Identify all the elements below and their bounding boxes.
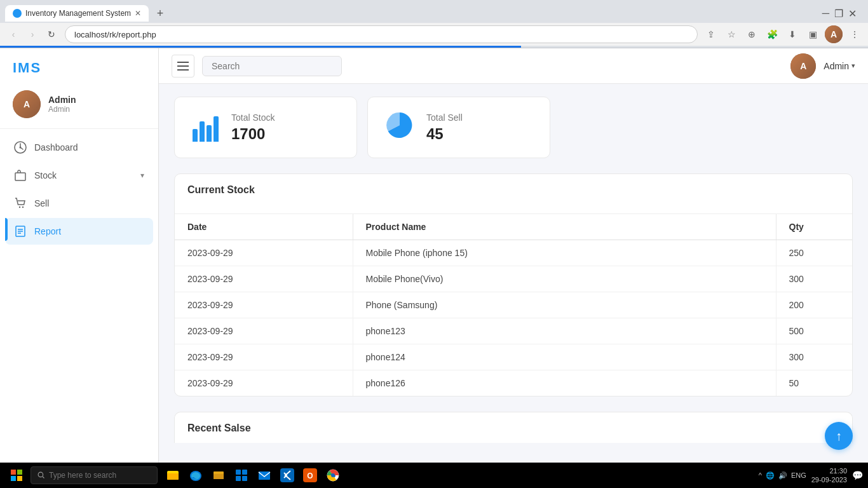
minimize-button[interactable]: ─ (822, 8, 829, 19)
search-input[interactable] (202, 56, 342, 76)
menu-icon[interactable]: ⋮ (846, 26, 863, 43)
sidebar-item-stock[interactable]: Stock ▾ (5, 162, 153, 189)
puzzle-icon[interactable]: 🧩 (764, 26, 780, 43)
url-text: localhost/rk/report.php (74, 30, 156, 39)
cell-product: Mobile Phone (iphone 15) (353, 240, 776, 266)
main-content: Total Stock 1700 (159, 84, 868, 465)
sidebar-user: A Admin Admin (0, 84, 158, 128)
stock-icon (14, 169, 27, 182)
forward-button[interactable]: › (24, 26, 41, 43)
cell-date: 2023-09-29 (175, 344, 353, 370)
report-icon (14, 225, 27, 238)
dashboard-icon (14, 141, 27, 154)
sidebar-divider (0, 128, 158, 129)
table-row: 2023-09-29 Phone (Samsung) 200 (175, 292, 852, 318)
sell-label: Sell (34, 198, 49, 208)
dashboard-label: Dashboard (34, 142, 78, 152)
table-row: 2023-09-29 Mobile Phone (iphone 15) 250 (175, 240, 852, 266)
admin-chevron-icon: ▾ (851, 62, 855, 70)
total-sell-label: Total Sell (426, 112, 463, 123)
stats-row: Total Stock 1700 (174, 97, 853, 158)
active-indicator (5, 218, 8, 241)
pie-chart-icon (386, 111, 414, 144)
col-header-date: Date (175, 214, 353, 240)
topbar-avatar[interactable]: A (790, 53, 816, 79)
scroll-to-top-button[interactable]: ↑ (825, 422, 853, 450)
report-label: Report (34, 226, 61, 236)
total-stock-value: 1700 (231, 125, 275, 143)
total-stock-label: Total Stock (231, 112, 275, 123)
page-share-icon[interactable]: ⇪ (703, 26, 719, 43)
cell-product: phone123 (353, 318, 776, 344)
cell-date: 2023-09-29 (175, 370, 353, 396)
current-stock-title: Current Stock (187, 184, 839, 196)
sidebar-avatar: A (13, 90, 41, 118)
sidebar-item-report[interactable]: Report (5, 218, 153, 245)
col-header-qty: Qty (776, 214, 852, 240)
current-stock-table: Date Product Name Qty 2023-09-29 Mobile … (175, 214, 852, 396)
reload-button[interactable]: ↻ (43, 26, 60, 43)
loading-bar (0, 46, 521, 48)
restore-button[interactable]: ❐ (834, 8, 843, 20)
topbar-admin-label: Admin (824, 61, 849, 71)
svg-point-4 (22, 207, 24, 208)
tab-title: Inventory Management System (25, 9, 131, 18)
total-sell-value: 45 (426, 125, 463, 143)
sidebar-user-name: Admin (48, 95, 76, 105)
cell-product: Mobile Phone(Vivo) (353, 266, 776, 292)
download-icon[interactable]: ⬇ (784, 26, 801, 43)
taskbar: O ^ 🌐 🔊 ENG 21:30 29-09-2023 💬 (0, 463, 868, 465)
sidebar-item-dashboard[interactable]: Dashboard (5, 134, 153, 161)
cell-qty: 250 (776, 240, 852, 266)
topbar: A Admin ▾ (159, 48, 868, 84)
recent-sales-title: Recent Salse (174, 412, 853, 443)
cell-qty: 300 (776, 266, 852, 292)
cell-qty: 200 (776, 292, 852, 318)
cell-date: 2023-09-29 (175, 266, 353, 292)
stock-nav-link[interactable]: Stock ▾ (5, 162, 153, 189)
svg-rect-2 (15, 173, 25, 180)
close-window-button[interactable]: ✕ (848, 8, 857, 20)
col-header-product: Product Name (353, 214, 776, 240)
total-stock-card: Total Stock 1700 (174, 97, 357, 158)
browser-profile-icon[interactable]: A (825, 25, 843, 43)
svg-point-3 (19, 207, 20, 208)
svg-point-1 (20, 147, 22, 149)
dashboard-nav-link[interactable]: Dashboard (5, 134, 153, 161)
browser-tab[interactable]: Inventory Management System ✕ (5, 5, 149, 22)
address-bar[interactable]: localhost/rk/report.php (65, 25, 698, 43)
table-row: 2023-09-29 Mobile Phone(Vivo) 300 (175, 266, 852, 292)
sidebar-item-sell[interactable]: Sell (5, 190, 153, 217)
report-nav-link[interactable]: Report (5, 218, 153, 245)
sidebar: IMS A Admin Admin (0, 48, 159, 465)
cell-date: 2023-09-29 (175, 318, 353, 344)
current-stock-section: Current Stock Date Product Name Qty 2023… (174, 173, 853, 396)
cell-date: 2023-09-29 (175, 240, 353, 266)
cell-qty: 300 (776, 344, 852, 370)
table-row: 2023-09-29 phone123 500 (175, 318, 852, 344)
sidebar-icon[interactable]: ▣ (804, 26, 821, 43)
bookmark-icon[interactable]: ☆ (723, 26, 740, 43)
hamburger-button[interactable] (172, 55, 194, 78)
cell-date: 2023-09-29 (175, 292, 353, 318)
back-button[interactable]: ‹ (5, 26, 22, 43)
sell-nav-link[interactable]: Sell (5, 190, 153, 217)
topbar-admin-dropdown[interactable]: Admin ▾ (824, 61, 855, 71)
tab-favicon (13, 9, 22, 18)
sidebar-nav: Dashboard Stock ▾ (0, 134, 158, 246)
cell-qty: 50 (776, 370, 852, 396)
cell-product: Phone (Samsung) (353, 292, 776, 318)
sell-icon (14, 197, 27, 210)
new-tab-button[interactable]: + (151, 4, 169, 22)
tab-close-button[interactable]: ✕ (135, 9, 141, 18)
table-row: 2023-09-29 phone126 50 (175, 370, 852, 396)
extension-icon[interactable]: ⊕ (743, 26, 760, 43)
sidebar-logo: IMS (0, 48, 158, 84)
bar-chart-icon (193, 114, 219, 142)
table-row: 2023-09-29 phone124 300 (175, 344, 852, 370)
stock-label: Stock (34, 170, 57, 180)
sidebar-user-role: Admin (48, 105, 76, 114)
total-sell-card: Total Sell 45 (367, 97, 550, 158)
cell-qty: 500 (776, 318, 852, 344)
stock-arrow-icon: ▾ (140, 171, 144, 180)
